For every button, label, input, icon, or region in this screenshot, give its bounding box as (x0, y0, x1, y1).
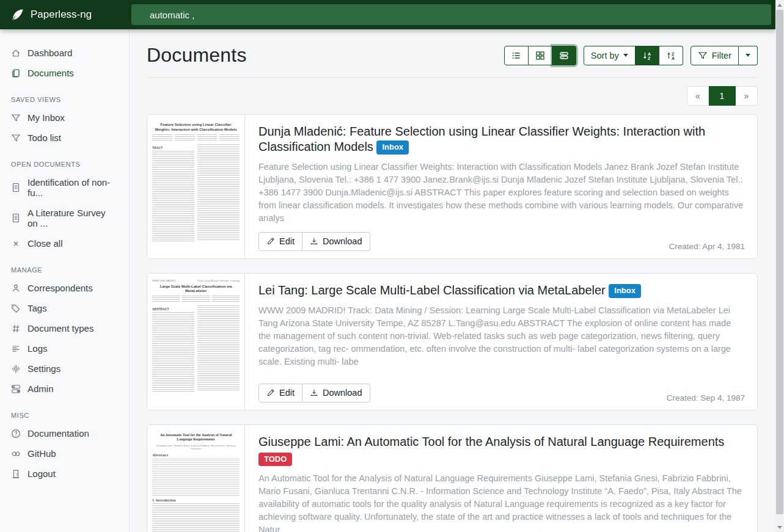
sidebar-item-documentation[interactable]: Documentation (0, 423, 129, 443)
download-label: Download (323, 236, 362, 246)
sidebar-item-label: Correspondents (27, 283, 93, 293)
door-icon (11, 469, 21, 479)
download-label: Download (323, 388, 362, 398)
link-icon (11, 449, 21, 459)
search-input[interactable] (131, 4, 771, 25)
sidebar-item-dashboard[interactable]: Dashboard (0, 43, 129, 63)
sidebar-section-open-documents: OPEN DOCUMENTS (0, 148, 129, 172)
document-card: Feature Selection using Linear Classifie… (147, 114, 758, 259)
tag-icon (11, 304, 21, 313)
sidebar-item-logout[interactable]: Logout (0, 464, 129, 484)
document-card: An Automatic Tool for the Analysis of Na… (147, 425, 758, 532)
sidebar-item-my-inbox[interactable]: My Inbox (0, 107, 129, 128)
view-detail-button[interactable] (552, 46, 576, 65)
filter-dropdown-button[interactable] (739, 46, 758, 65)
thumbnail-header-right: Track: Data Mining / Session: Learning (197, 279, 240, 282)
pencil-icon (266, 388, 275, 397)
view-grid-button[interactable] (529, 46, 552, 65)
sort-descending-button[interactable]: ZA (659, 46, 683, 65)
thumbnail-title: Large Scale Multi-Label Classification v… (153, 285, 238, 294)
sidebar-item-label: Document types (27, 323, 93, 333)
sort-ascending-button[interactable]: AZ (636, 46, 659, 65)
sort-by-label: Sort by (591, 51, 619, 60)
sidebar-item-documents[interactable]: Documents (0, 63, 129, 83)
sidebar-section-misc: MISC (0, 399, 129, 423)
sort-alpha-up-icon: ZA (666, 51, 676, 60)
pagination-next-button[interactable]: » (736, 86, 758, 106)
detail-view-icon (559, 51, 569, 60)
sidebar-item-tags[interactable]: Tags (0, 298, 129, 318)
file-text-icon (11, 213, 21, 223)
edit-label: Edit (279, 236, 295, 246)
house-icon (11, 48, 21, 58)
vertical-scrollbar (775, 0, 784, 532)
sidebar-item-label: Dashboard (27, 48, 72, 58)
download-button[interactable]: Download (302, 384, 370, 403)
download-button[interactable]: Download (302, 232, 370, 251)
edit-button[interactable]: Edit (258, 232, 302, 251)
edit-label: Edit (279, 388, 295, 398)
brand[interactable]: Paperless-ng (0, 0, 130, 29)
sidebar-item-github[interactable]: GitHub (0, 443, 129, 464)
sidebar-item-logs[interactable]: Logs (0, 338, 129, 359)
sidebar-item-settings[interactable]: Settings (0, 359, 129, 379)
document-description: An Automatic Tool for the Analysis of Na… (258, 472, 745, 532)
sidebar-item-close-all[interactable]: Close all (0, 233, 129, 253)
thumbnail-authors: Giuseppe Lami, Stefania Gnesi, Fabrizio … (152, 444, 240, 450)
sidebar-item-label: Logs (27, 343, 48, 354)
documents-icon (11, 68, 21, 78)
leaf-logo-icon (11, 8, 24, 21)
document-list: Feature Selection using Linear Classifie… (147, 114, 758, 532)
created-date: Created: Apr 4, 1981 (669, 242, 745, 251)
sidebar-item-label: Documentation (27, 428, 89, 439)
document-description: Feature Selection using Linear Classifie… (258, 161, 745, 225)
document-thumbnail[interactable]: Feature Selection using Linear Classifie… (147, 115, 245, 258)
caret-down-icon (746, 54, 750, 57)
document-title[interactable]: Dunja Mladenić: Feature Selection using … (258, 124, 745, 155)
thumbnail-header-left: WWW 2009 MADRID! (152, 279, 176, 282)
tag-badge[interactable]: TODO (258, 453, 292, 466)
document-card: WWW 2009 MADRID!Track: Data Mining / Ses… (147, 273, 758, 410)
person-icon (11, 283, 21, 293)
scrollbar-up-arrow[interactable] (775, 0, 784, 10)
text-lines-icon (11, 344, 21, 354)
download-icon (310, 237, 318, 246)
scrollbar-down-arrow[interactable] (775, 522, 784, 532)
scrollbar-thumb[interactable] (776, 10, 783, 514)
list-view-icon (511, 51, 521, 60)
funnel-icon (698, 51, 708, 60)
sidebar-item-open-doc-1[interactable]: Identification of non-fu... (0, 172, 129, 203)
svg-text:A: A (672, 56, 675, 60)
tag-badge[interactable]: Inbox (609, 284, 641, 298)
pagination-prev-button[interactable]: « (687, 86, 709, 106)
sidebar-item-document-types[interactable]: Document types (0, 318, 129, 338)
document-title[interactable]: Giuseppe Lami: An Automatic Tool for the… (258, 434, 745, 450)
document-thumbnail[interactable]: An Automatic Tool for the Analysis of Na… (147, 425, 245, 532)
sidebar-item-open-doc-2[interactable]: A Literature Survey on ... (0, 203, 129, 233)
thumbnail-heading: ABSTRACT (152, 307, 194, 311)
toggles-icon (11, 384, 21, 394)
document-thumbnail[interactable]: WWW 2009 MADRID!Track: Data Mining / Ses… (147, 274, 245, 410)
tag-badge[interactable]: Inbox (376, 140, 409, 155)
funnel-icon (11, 133, 21, 143)
pagination-page-1-button[interactable]: 1 (709, 86, 736, 106)
brand-name: Paperless-ng (31, 9, 92, 21)
sidebar-item-label: Admin (27, 384, 54, 394)
edit-button[interactable]: Edit (258, 384, 302, 403)
grid-view-icon (535, 51, 545, 60)
document-title[interactable]: Lei Tang: Large Scale Multi-Label Classi… (258, 283, 745, 298)
sidebar-item-admin[interactable]: Admin (0, 379, 129, 399)
filter-button[interactable]: Filter (691, 46, 739, 65)
close-icon (11, 239, 21, 249)
sort-by-dropdown-button[interactable]: Sort by (584, 46, 636, 65)
page-title: Documents (147, 44, 247, 67)
question-circle-icon (11, 429, 21, 439)
sidebar-item-correspondents[interactable]: Correspondents (0, 278, 129, 298)
sidebar: Dashboard Documents SAVED VIEWS My Inbox… (0, 29, 130, 532)
filter-label: Filter (712, 51, 731, 60)
view-toggle-group (504, 46, 576, 65)
svg-text:Z: Z (648, 56, 651, 60)
sidebar-item-todo-list[interactable]: Todo list (0, 128, 129, 148)
view-list-button[interactable] (504, 46, 529, 65)
sidebar-item-label: Tags (27, 303, 47, 313)
